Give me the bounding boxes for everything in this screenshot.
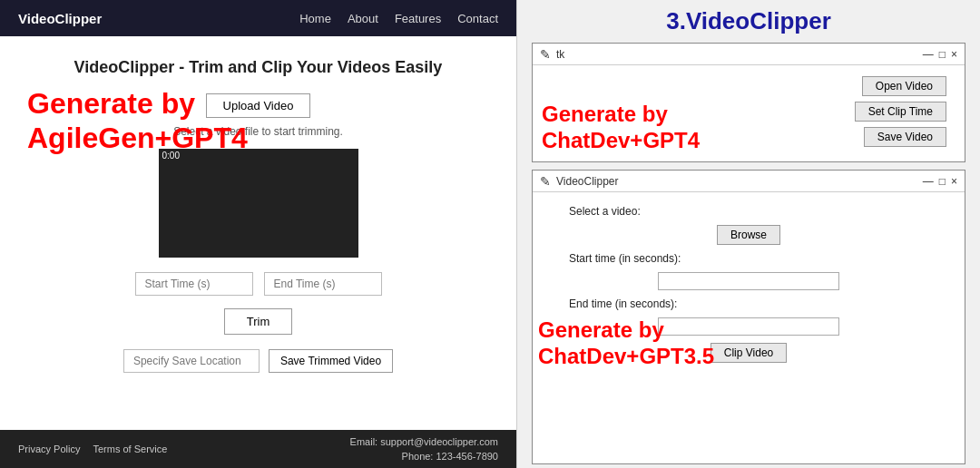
overlay-line1: Generate by [27,87,195,120]
top-window-title: ✎ tk [540,47,564,62]
footer-terms[interactable]: Terms of Service [93,444,167,454]
start-time-field[interactable] [658,272,839,290]
top-window: ✎ tk — □ × Open Video Set Clip Time Save… [532,43,965,162]
right-header: 3.VideoClipper [517,0,980,39]
nav-link-home[interactable]: Home [299,12,331,25]
page-title: VideoClipper - Trim and Clip Your Videos… [74,58,443,77]
top-window-icon: ✎ [540,47,551,62]
bottom-window-title-text: VideoClipper [556,175,619,188]
top-maximize-button[interactable]: □ [939,48,946,61]
top-window-body: Open Video Set Clip Time Save Video Gene… [533,65,965,161]
video-placeholder: 0:00 [159,149,358,258]
top-overlay-line2: ChatDev+GPT4 [542,128,700,152]
subtitle-text: Select a video file to start trimming. [173,125,343,138]
select-video-label: Select a video: [569,205,641,218]
web-content: VideoClipper - Trim and Clip Your Videos… [0,36,516,430]
bottom-overlay-line2: ChatDev+GPT3.5 [538,344,714,368]
nav-link-contact[interactable]: Contact [457,12,498,25]
nav-link-about[interactable]: About [348,12,378,25]
browse-button[interactable]: Browse [717,225,780,245]
top-overlay-line1: Generate by [542,102,668,126]
upload-video-button[interactable]: Upload Video [206,93,311,118]
clip-video-button[interactable]: Clip Video [710,343,787,363]
footer-phone: Phone: 123-456-7890 [350,449,498,464]
web-footer: Privacy Policy Terms of Service Email: s… [0,430,516,468]
top-window-titlebar: ✎ tk — □ × [533,44,965,65]
start-time-label: Start time (in seconds): [569,252,681,265]
nav-logo: VideoClipper [18,11,102,26]
save-video-button[interactable]: Save Video [864,127,946,147]
top-window-controls: — □ × [923,48,957,61]
left-panel: VideoClipper Home About Features Contact… [0,0,517,468]
bottom-window-body: Select a video: Browse Start time (in se… [533,192,965,375]
save-row: Save Trimmed Video [123,349,393,373]
open-video-button[interactable]: Open Video [862,76,946,96]
end-time-label: End time (in seconds): [569,297,677,310]
bottom-window-titlebar: ✎ VideoClipper — □ × [533,171,965,192]
bottom-close-button[interactable]: × [951,175,957,188]
trim-button[interactable]: Trim [224,308,293,335]
bottom-maximize-button[interactable]: □ [939,175,946,188]
bottom-window-controls: — □ × [923,175,957,188]
top-overlay: Generate by ChatDev+GPT4 [542,102,700,154]
right-panel: 3.VideoClipper ✎ tk — □ × Open Video Set… [517,0,980,468]
footer-links: Privacy Policy Terms of Service [18,444,167,454]
nav-link-features[interactable]: Features [395,12,441,25]
time-row [135,272,382,296]
set-clip-time-button[interactable]: Set Clip Time [855,102,946,122]
bottom-window-title: ✎ VideoClipper [540,174,619,189]
bottom-minimize-button[interactable]: — [923,175,934,188]
footer-contact: Email: support@videoclipper.com Phone: 1… [350,434,498,464]
nav-links: Home About Features Contact [299,12,498,25]
top-window-title-text: tk [556,48,564,61]
start-time-input[interactable] [135,272,253,296]
bottom-overlay-line1: Generate by [538,317,664,342]
bottom-overlay: Generate by ChatDev+GPT3.5 [538,317,714,370]
bottom-window: ✎ VideoClipper — □ × Select a video: Bro… [532,170,965,464]
save-location-input[interactable] [123,349,260,373]
video-time: 0:00 [162,151,180,161]
footer-email: Email: support@videoclipper.com [350,434,498,450]
nav-bar: VideoClipper Home About Features Contact [0,0,516,36]
save-trimmed-button[interactable]: Save Trimmed Video [269,349,393,373]
top-close-button[interactable]: × [951,48,957,61]
top-minimize-button[interactable]: — [923,48,934,61]
end-time-input[interactable] [264,272,382,296]
bottom-window-icon: ✎ [540,174,551,189]
footer-privacy[interactable]: Privacy Policy [18,444,80,454]
